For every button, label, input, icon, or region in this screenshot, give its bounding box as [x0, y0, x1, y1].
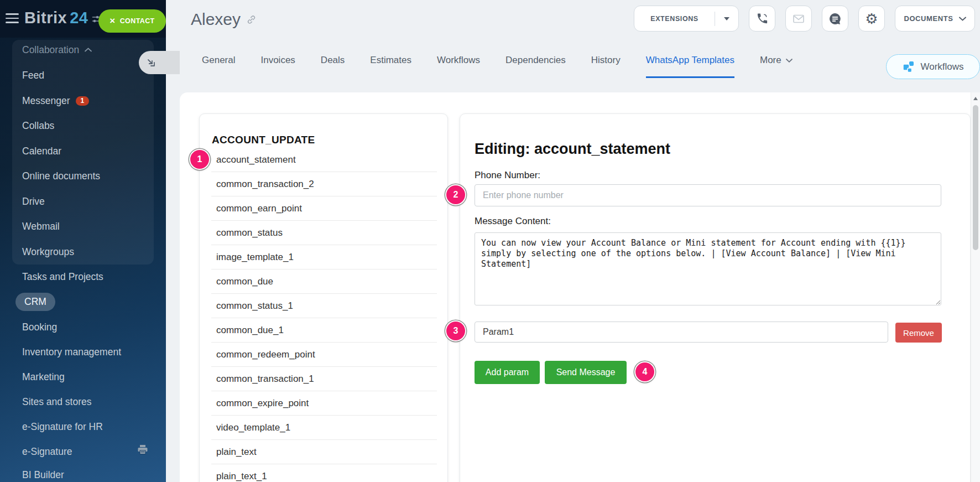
phone-number-label: Phone Number: — [475, 170, 540, 181]
message-content-label: Message Content: — [475, 216, 551, 227]
documents-button[interactable]: DOCUMENTS — [895, 6, 975, 32]
contact-button[interactable]: × CONTACT — [98, 9, 166, 33]
sidebar: Bitrix24 Collaboration Feed Messenger 1 … — [0, 0, 166, 482]
extensions-button[interactable]: EXTENSIONS — [634, 6, 739, 32]
template-item[interactable]: common_status_1 — [211, 294, 437, 318]
template-item[interactable]: video_template_1 — [211, 416, 437, 440]
scroll-up-arrow-icon[interactable] — [973, 97, 978, 100]
tab-general[interactable]: General — [202, 55, 235, 78]
sidebar-group-collaboration[interactable]: Collaboration — [22, 43, 92, 56]
documents-label: DOCUMENTS — [904, 14, 953, 23]
bitrix24-logo: Bitrix24 — [24, 9, 88, 27]
sidebar-item-bi-builder[interactable]: BI Builder — [22, 468, 64, 481]
add-param-button[interactable]: Add param — [475, 361, 540, 384]
sidebar-item-tasks-and-projects[interactable]: Tasks and Projects — [22, 270, 103, 283]
tab-estimates[interactable]: Estimates — [370, 55, 411, 78]
collaboration-label: Collaboration — [22, 44, 79, 56]
tab-invoices[interactable]: Invoices — [260, 55, 295, 78]
bitrix24-app: Bitrix24 Collaboration Feed Messenger 1 … — [0, 0, 980, 482]
sidebar-item-collabs[interactable]: Collabs — [22, 119, 54, 132]
mail-button[interactable] — [785, 6, 812, 32]
template-list: account_statement common_transaction_2 c… — [211, 148, 437, 482]
gear-icon: ⚙ — [865, 12, 878, 26]
tab-more[interactable]: More — [760, 55, 793, 78]
tab-workflows[interactable]: Workflows — [437, 55, 480, 78]
chevron-up-icon — [85, 48, 92, 52]
template-item[interactable]: common_earn_point — [211, 196, 437, 221]
sidebar-item-feed[interactable]: Feed — [22, 69, 44, 82]
annotation-step-3: 3 — [446, 322, 465, 340]
template-item-account-statement[interactable]: account_statement — [211, 148, 437, 172]
template-editor-card: Editing: account_statement Phone Number:… — [460, 113, 971, 482]
template-item[interactable]: plain_text — [211, 440, 437, 464]
close-icon: × — [110, 16, 115, 25]
template-item[interactable]: common_status — [211, 221, 437, 245]
logo-suffix: 24 — [70, 9, 88, 27]
logo-brand: Bitrix — [24, 9, 67, 27]
settings-button[interactable]: ⚙ — [858, 6, 885, 32]
hamburger-menu-icon[interactable] — [6, 13, 19, 23]
tab-dependencies[interactable]: Dependencies — [505, 55, 566, 78]
send-message-button[interactable]: Send Message — [545, 361, 627, 384]
sidebar-item-workgroups[interactable]: Workgroups — [22, 245, 74, 258]
mail-icon — [792, 12, 805, 25]
sidebar-item-booking[interactable]: Booking — [22, 320, 57, 334]
template-item[interactable]: plain_text_1 — [211, 464, 437, 482]
vertical-scrollbar[interactable] — [971, 92, 980, 482]
sidebar-item-esignature-hr[interactable]: e-Signature for HR — [22, 420, 103, 433]
caret-down-icon — [724, 17, 729, 20]
sidebar-item-online-documents[interactable]: Online documents — [22, 169, 100, 183]
message-content-textarea[interactable]: You can now view your Account Balance or… — [475, 232, 941, 305]
tab-deals[interactable]: Deals — [321, 55, 345, 78]
sidebar-item-esignature[interactable]: e-Signature — [22, 445, 72, 458]
sidebar-item-drive[interactable]: Drive — [22, 195, 45, 208]
remove-param-button[interactable]: Remove — [895, 323, 942, 343]
sidebar-item-crm-active[interactable]: CRM — [15, 293, 55, 311]
workflows-button-label: Workflows — [920, 61, 963, 72]
template-list-card: ACCOUNT_UPDATE account_statement common_… — [199, 113, 448, 482]
contact-button-label: CONTACT — [120, 17, 155, 25]
collapse-arrow-icon — [146, 58, 157, 68]
template-item[interactable]: common_expire_point — [211, 391, 437, 416]
chevron-down-icon — [959, 17, 966, 21]
chevron-down-icon — [786, 59, 793, 63]
extensions-label: EXTENSIONS — [634, 15, 715, 23]
link-icon[interactable] — [247, 15, 256, 24]
tab-history[interactable]: History — [591, 55, 621, 78]
printer-icon[interactable] — [137, 444, 148, 455]
template-item[interactable]: common_due_1 — [211, 318, 437, 343]
chat-button[interactable] — [822, 6, 848, 32]
messenger-unread-badge: 1 — [76, 96, 90, 106]
header-toolbar: EXTENSIONS ⚙ — [634, 6, 975, 32]
sidebar-item-webmail[interactable]: Webmail — [22, 220, 60, 233]
workflows-button[interactable]: Workflows — [886, 54, 980, 79]
editor-title: Editing: account_statement — [475, 141, 670, 158]
tab-whatsapp-templates[interactable]: WhatsApp Templates — [646, 55, 734, 78]
annotation-step-2: 2 — [446, 185, 465, 204]
annotation-step-1: 1 — [190, 150, 209, 169]
phone-icon — [756, 12, 769, 25]
sidebar-item-inventory-management[interactable]: Inventory management — [22, 345, 121, 359]
sidebar-item-messenger[interactable]: Messenger 1 — [22, 94, 89, 107]
template-item[interactable]: common_transaction_2 — [211, 172, 437, 196]
template-category-title: ACCOUNT_UPDATE — [212, 134, 315, 146]
panel-collapse-handle[interactable] — [139, 51, 180, 74]
telephony-button[interactable] — [749, 6, 775, 32]
sidebar-item-calendar[interactable]: Calendar — [22, 144, 61, 158]
chat-bubble-icon — [828, 12, 842, 25]
workflows-icon — [902, 60, 915, 73]
param-input[interactable] — [475, 322, 888, 343]
template-item[interactable]: common_due — [211, 269, 437, 294]
template-item[interactable]: image_template_1 — [211, 245, 437, 269]
page-title: Alexey — [191, 10, 256, 29]
sidebar-item-sites-and-stores[interactable]: Sites and stores — [22, 395, 91, 408]
template-item[interactable]: common_transaction_1 — [211, 367, 437, 391]
phone-number-input[interactable] — [475, 184, 941, 206]
sidebar-item-marketing[interactable]: Marketing — [22, 370, 65, 383]
entity-tabs: General Invoices Deals Estimates Workflo… — [202, 55, 793, 78]
scrollbar-thumb[interactable] — [973, 105, 978, 250]
annotation-step-4: 4 — [635, 362, 654, 381]
template-item[interactable]: common_redeem_point — [211, 343, 437, 367]
extensions-dropdown-toggle[interactable] — [715, 17, 738, 20]
